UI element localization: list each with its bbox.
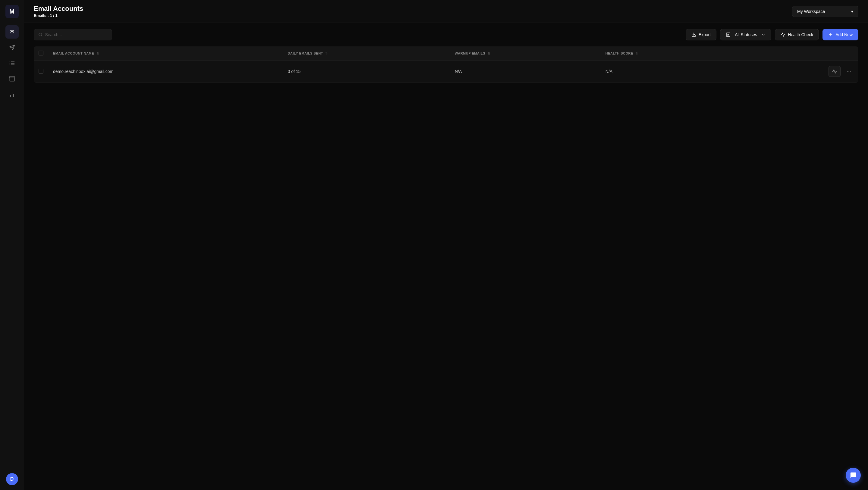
statuses-label: All Statuses [735,32,757,37]
row-actions-cell: ··· [742,61,858,83]
table-header-row: EMAIL ACCOUNT NAME ⇅ DAILY EMAILS SENT ⇅… [34,47,858,61]
workspace-selector[interactable]: My Workspace ▾ [792,6,858,17]
page-header: Email Accounts Emails : 1 / 1 My Workspa… [24,0,868,23]
health-check-button[interactable]: Health Check [775,29,819,40]
col-health-label: HEALTH SCORE [606,52,633,55]
header-left: Email Accounts Emails : 1 / 1 [34,5,83,18]
search-input[interactable] [45,32,107,37]
app-logo[interactable]: M [5,5,19,18]
main-content: Email Accounts Emails : 1 / 1 My Workspa… [24,0,868,490]
sidebar-item-inbox[interactable] [5,72,19,86]
col-warmup-emails[interactable]: WARMUP EMAILS ⇅ [450,47,601,61]
sidebar: M ✉ D [0,0,24,490]
header-checkbox-cell [34,47,48,61]
toolbar: Export All Statuses Health Check Add New [24,23,868,47]
search-box[interactable] [34,29,112,40]
health-icon [781,32,785,37]
col-daily-emails-sent[interactable]: DAILY EMAILS SENT ⇅ [283,47,450,61]
more-options-button[interactable]: ··· [844,67,854,76]
warmup-emails-cell: N/A [450,61,601,83]
add-new-button[interactable]: Add New [823,29,858,40]
plus-icon [828,32,833,37]
col-health-score[interactable]: HEALTH SCORE ⇅ [601,47,742,61]
all-statuses-button[interactable]: All Statuses [720,29,771,40]
export-button[interactable]: Export [686,29,716,40]
export-label: Export [699,32,711,37]
col-email-account-name[interactable]: EMAIL ACCOUNT NAME ⇅ [48,47,283,61]
sidebar-item-email[interactable]: ✉ [5,25,19,38]
workspace-label: My Workspace [797,9,825,14]
chevron-down-icon: ▾ [851,9,853,14]
health-check-label: Health Check [788,32,813,37]
row-checkbox-cell [34,61,48,83]
export-icon [691,32,696,37]
table-container: EMAIL ACCOUNT NAME ⇅ DAILY EMAILS SENT ⇅… [24,47,868,490]
sort-icon-email: ⇅ [96,52,99,55]
email-accounts-table: EMAIL ACCOUNT NAME ⇅ DAILY EMAILS SENT ⇅… [34,47,858,83]
email-account-name-cell: demo.reachinbox.ai@gmail.com [48,61,283,83]
inbox-action-button[interactable] [829,66,841,77]
sidebar-item-analytics[interactable] [5,88,19,101]
daily-emails-sent-cell: 0 of 15 [283,61,450,83]
add-new-label: Add New [835,32,852,37]
table-row: demo.reachinbox.ai@gmail.com 0 of 15 N/A… [34,61,858,83]
sort-icon-health: ⇅ [635,52,638,55]
health-score-cell: N/A [601,61,742,83]
filter-icon [726,32,731,37]
subtitle-prefix: Emails : [34,13,50,18]
col-daily-label: DAILY EMAILS SENT [288,52,323,55]
col-warmup-label: WARMUP EMAILS [455,52,485,55]
sidebar-item-list[interactable] [5,57,19,70]
sidebar-item-send[interactable] [5,41,19,54]
email-count-label: Emails : 1 / 1 [34,13,83,18]
chat-button[interactable] [846,468,861,483]
row-checkbox[interactable] [38,69,43,73]
page-title: Email Accounts [34,5,83,13]
svg-line-14 [41,36,42,36]
emails-count: 1 / 1 [50,13,57,18]
chevron-down-icon [761,33,766,37]
user-avatar[interactable]: D [6,473,18,485]
sort-icon-daily: ⇅ [325,52,328,55]
sort-icon-warmup: ⇅ [488,52,490,55]
select-all-checkbox[interactable] [38,51,43,56]
col-actions [742,47,858,61]
search-icon [38,32,42,37]
svg-rect-8 [9,77,14,78]
col-email-label: EMAIL ACCOUNT NAME [53,52,94,55]
